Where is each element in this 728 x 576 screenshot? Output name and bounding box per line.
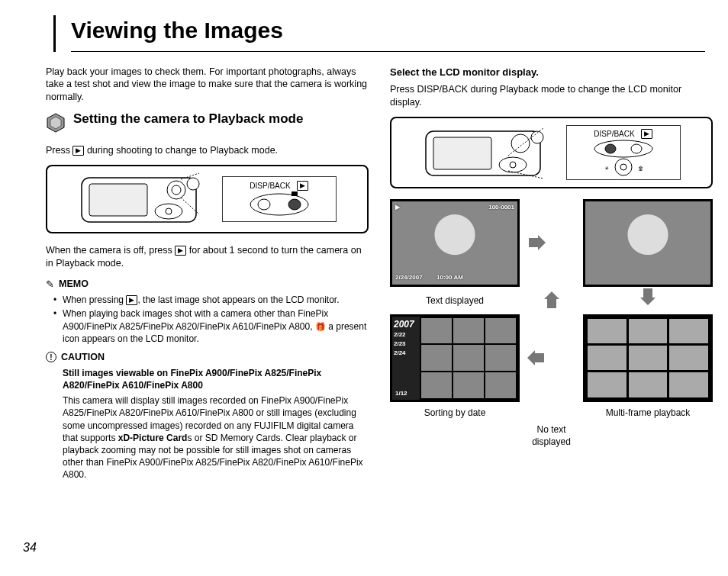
svg-point-13 [288, 199, 301, 210]
play-icon: ▶ [297, 181, 308, 191]
svg-point-20 [510, 162, 516, 168]
svg-point-8 [187, 178, 199, 190]
arrow-left-icon [527, 350, 575, 365]
screen-no-text [583, 199, 713, 287]
svg-rect-15 [292, 191, 298, 196]
memo-label: MEMO [59, 278, 89, 291]
label-multi: Multi-frame playback [583, 407, 713, 419]
svg-rect-3 [89, 184, 147, 216]
caution-body: Still images viewable on FinePix A900/Fi… [46, 367, 369, 481]
svg-rect-17 [433, 137, 491, 169]
svg-point-25 [605, 144, 616, 153]
arrow-down-icon [640, 287, 656, 305]
svg-point-5 [172, 185, 181, 195]
gift-icon: 🎁 [315, 321, 326, 333]
arrow-right-icon [527, 235, 575, 250]
right-intro: Press DISP/BACK during Playback mode to … [390, 83, 713, 109]
svg-point-28 [620, 164, 627, 170]
page-number: 34 [23, 539, 37, 556]
svg-point-12 [258, 199, 270, 210]
memo-icon: ✎ [46, 278, 54, 291]
label-sorting: Sorting by date [390, 407, 520, 419]
camera-diagram-1: DISP/BACK ▶ [46, 165, 369, 233]
caution-icon: ! [46, 352, 56, 362]
svg-marker-34 [640, 288, 656, 305]
playback-instruction-1: Press ▶ during shooting to change to Pla… [46, 144, 369, 157]
svg-marker-32 [544, 291, 559, 308]
svg-text:☀: ☀ [604, 166, 609, 171]
button-detail-2: DISP/BACK ▶ ☀ 🗑 [566, 125, 681, 180]
section-heading-playback: Setting the camera to Playback mode [73, 111, 303, 127]
svg-point-18 [511, 134, 530, 153]
play-icon: ▶ [175, 246, 186, 256]
svg-text:🗑: 🗑 [638, 166, 643, 171]
caution-label: CAUTION [61, 351, 105, 364]
play-icon: ▶ [72, 146, 84, 156]
svg-point-7 [166, 208, 172, 214]
screen-sorting-by-date: 2007 2/22 2/23 2/24 1/12 [390, 314, 520, 402]
arrow-up-icon [544, 291, 559, 310]
play-icon: ▶ [641, 129, 652, 139]
svg-marker-31 [529, 235, 546, 250]
label-text-displayed: Text displayed [390, 294, 520, 307]
camera-diagram-2: DISP/BACK ▶ ☀ 🗑 [390, 117, 713, 188]
play-icon: ▶ [395, 204, 400, 212]
svg-marker-33 [527, 350, 544, 365]
right-heading: Select the LCD monitor display. [390, 66, 713, 79]
intro-text: Play back your images to check them. For… [46, 66, 369, 105]
label-no-text: No text displayed [527, 423, 575, 448]
play-icon: ▶ [126, 295, 137, 305]
button-detail-1: DISP/BACK ▶ [222, 176, 337, 222]
screen-multi-frame [583, 314, 713, 402]
svg-point-26 [631, 144, 642, 153]
memo-list: When pressing ▶, the last image shot app… [46, 294, 369, 345]
screen-text-displayed: ▶ 100-0001 2/24/2007 10:00 AM [390, 199, 520, 287]
hexagon-icon [46, 113, 66, 137]
page-title: Viewing the Images [71, 15, 705, 52]
playback-instruction-2: When the camera is off, press ▶ for abou… [46, 244, 369, 270]
svg-point-24 [594, 140, 652, 157]
